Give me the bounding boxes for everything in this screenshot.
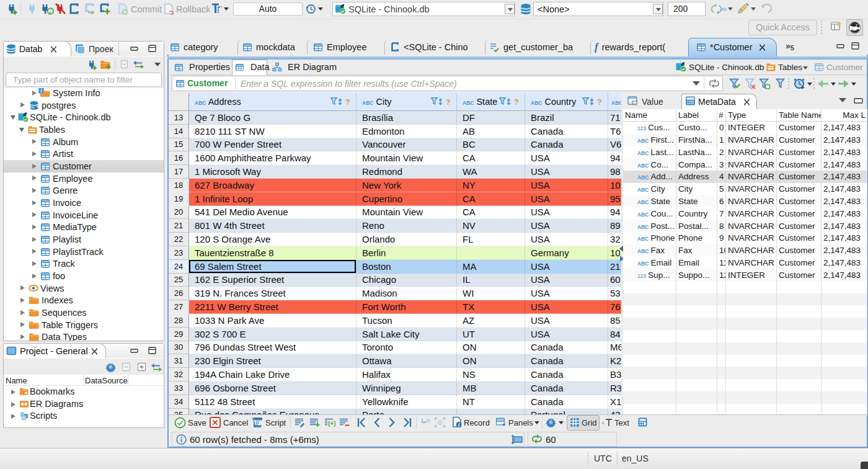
svg-text:?: ? [514, 98, 519, 107]
svg-text:?: ? [446, 98, 451, 107]
svg-text:?: ? [597, 98, 602, 107]
svg-text:<>: <> [237, 66, 242, 70]
svg-text:(+): (+) [328, 420, 335, 427]
svg-text:‹: ‹ [602, 419, 604, 426]
svg-text:?: ? [345, 98, 350, 107]
